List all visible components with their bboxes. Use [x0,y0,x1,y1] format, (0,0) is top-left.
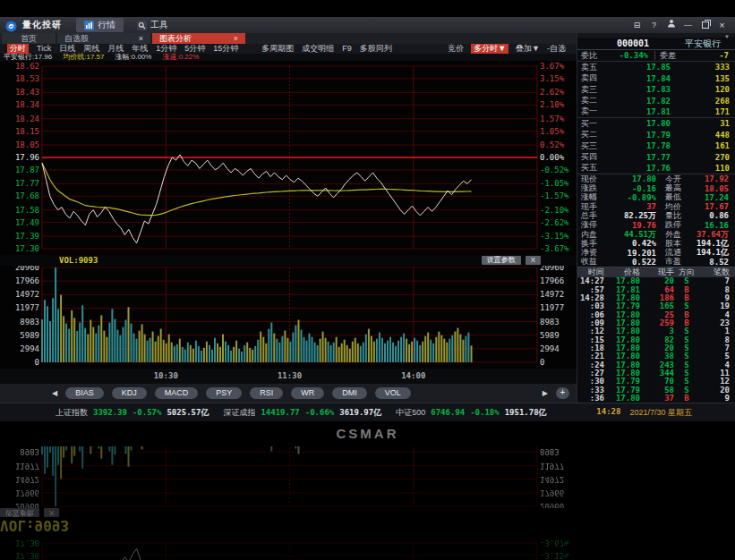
level-label: 买一 [581,118,604,130]
tool--自选[interactable]: -自选 [547,44,566,54]
indicator-macd[interactable]: MACD [155,387,199,399]
trade-row[interactable]: :3617.8037B9 [577,395,735,403]
scroll-left-icon[interactable]: ◀ [52,389,57,397]
index-深证成指[interactable]: 深证成指14419.77-0.66%3619.97亿 [223,407,381,419]
tab-自选股[interactable]: 自选股× [57,33,150,44]
trade-count: 8 [699,286,735,294]
clock: 14:28 [596,407,620,419]
trade-row[interactable]: :0317.79165S19 [577,302,735,310]
period-15分钟[interactable]: 15分钟 [213,44,238,54]
svg-text:17966: 17966 [540,276,564,285]
panel-toggle-icon[interactable]: ⊟ [629,19,645,31]
trade-count: 8 [699,336,735,344]
bid-row[interactable]: 买一17.8031 [577,118,735,129]
index-pct: -0.57% [132,408,162,417]
svg-text:-1.57%: -1.57% [540,191,569,200]
ask-row[interactable]: 卖一17.81171 [577,106,735,117]
intraday-price-chart[interactable]: 18.623.67%18.533.15%18.432.62%18.342.10%… [0,61,577,255]
bid-row[interactable]: 买二17.79448 [577,130,735,140]
index-name: 上证指数 [56,407,88,419]
tool-叠加▼[interactable]: 叠加▼ [516,44,540,54]
view-多股同列[interactable]: 多股同列 [360,44,392,54]
level-label: 卖二 [581,95,604,106]
trade-row[interactable]: :3017.7970S12 [577,378,735,386]
svg-text:17966: 17966 [15,276,39,285]
trade-count: 12 [699,378,735,386]
svg-text:11977: 11977 [540,303,564,312]
svg-text:11977: 11977 [15,303,39,312]
avg-line-label: 均价线:17.57 [63,54,104,61]
bid-levels: 买一17.8031买二17.79448买三17.78161买四17.77270买… [577,118,735,174]
svg-text:8983: 8983 [540,318,560,327]
trade-row[interactable]: :2117.8038S5 [577,352,735,361]
index-上证指数[interactable]: 上证指数3392.39-0.57%5025.57亿 [56,407,209,419]
index-name: 中证500 [396,407,425,419]
index-中证500[interactable]: 中证5006746.94-0.18%1951.78亿 [396,407,546,419]
indicator-wr[interactable]: WR [291,387,324,399]
trade-direction: S [674,327,699,335]
level-price: 17.80 [604,119,690,128]
add-indicator-button[interactable]: + [556,387,569,399]
bid-row[interactable]: 买五17.76110 [577,163,735,174]
trade-count: 11 [699,369,735,378]
view-F9[interactable]: F9 [342,44,352,54]
indicator-rsi[interactable]: RSI [250,387,283,399]
restore-icon[interactable] [697,19,713,31]
help-icon[interactable]: ? [646,19,662,31]
intraday-price-chart: 18.623.67%18.533.15%18.432.62%18.342.10%… [0,533,735,560]
index-name: 深证成指 [223,407,255,419]
detail-value: 17.24 [694,193,731,202]
indicator-psy[interactable]: PSY [206,387,242,399]
bid-row[interactable]: 买四17.77270 [577,151,735,162]
svg-text:17.58: 17.58 [15,206,39,215]
csmar-watermark: CSMAR [0,426,735,445]
svg-text:5989: 5989 [20,331,39,340]
close-params-button[interactable]: X [526,256,541,265]
svg-text:2994: 2994 [540,344,560,353]
level-price: 17.79 [604,131,690,140]
detail-value: 17.80 [604,174,656,183]
ask-row[interactable]: 卖五17.85333 [577,62,735,72]
settings-params-button[interactable]: 设置参数 [482,256,521,265]
tab-图表分析[interactable]: 图表分析× [152,33,245,44]
tab-首页[interactable]: 首页 [2,33,56,44]
tab-close-icon[interactable]: × [139,34,143,43]
indicator-dmi[interactable]: DMI [332,387,367,399]
ask-row[interactable]: 卖二17.82268 [577,95,735,106]
trade-row[interactable]: :1217.803S1 [577,327,735,335]
close-icon[interactable]: × [714,19,730,31]
level-price: 17.81 [604,107,690,116]
svg-text:14972: 14972 [540,290,564,299]
volume-chart[interactable]: 2096020960179661796614972149721197711977… [0,266,577,369]
trade-row[interactable]: 14:2717.8020S7 [577,277,735,285]
tab-label: 图表分析 [159,33,192,45]
detail-value: 0.522 [604,258,656,267]
app-window: 量化投研 行情 工具 ⊟ ? — × [0,446,735,560]
tool-多分时▼[interactable]: 多分时▼ [471,44,509,54]
menu-quotes[interactable]: 行情 [76,18,124,32]
svg-text:8983: 8983 [20,318,39,327]
menu-tools[interactable]: 工具 [129,18,176,32]
minimize-icon[interactable]: — [680,19,696,31]
indicator-vol[interactable]: VOL [375,387,411,399]
svg-text:14972: 14972 [540,475,564,484]
tab-close-icon[interactable]: × [234,34,238,43]
ask-row[interactable]: 卖四17.84135 [577,73,735,84]
svg-text:17.30: 17.30 [15,539,39,547]
scroll-right-icon[interactable]: ▶ [543,389,548,397]
indicator-kdj[interactable]: KDJ [112,387,147,399]
trade-count: 4 [699,361,735,369]
index-amount: 3619.97亿 [339,407,381,419]
indicator-bias[interactable]: BIAS [65,387,104,399]
ask-row[interactable]: 卖三17.83120 [577,84,735,95]
view-多周期图[interactable]: 多周期图 [261,44,294,54]
trade-direction: S [674,277,699,285]
tool-竞价[interactable]: 竞价 [448,44,464,54]
panel-dropdown-icon[interactable]: ▼ [724,34,730,40]
bid-row[interactable]: 买三17.78161 [577,140,735,151]
svg-text:18.24: 18.24 [15,115,39,123]
time-label: 10:30 [154,371,178,380]
user-icon[interactable] [663,19,679,31]
view-成交明细[interactable]: 成交明细 [302,44,334,54]
detail-value: 0.86 [694,211,731,220]
